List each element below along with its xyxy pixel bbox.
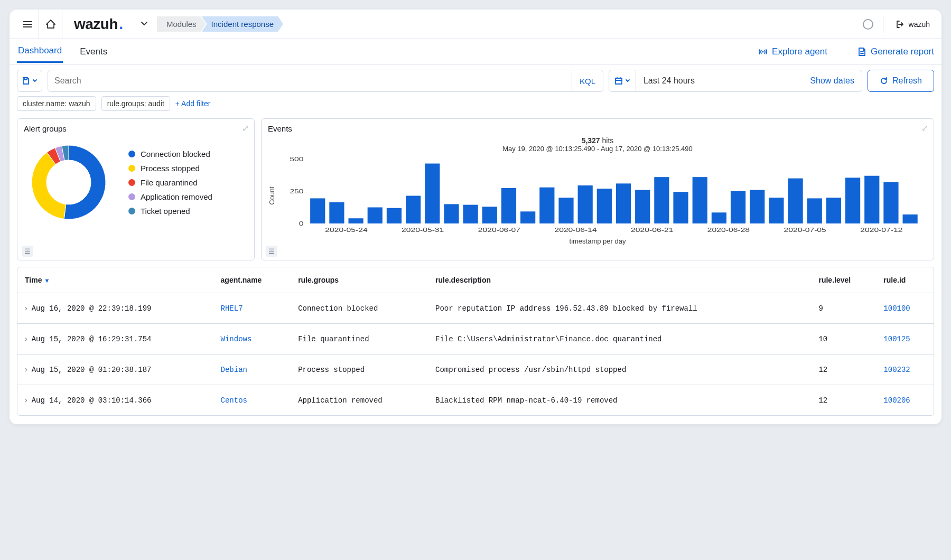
explore-agent-button[interactable]: Explore agent xyxy=(758,46,827,57)
svg-rect-8 xyxy=(368,208,383,224)
date-picker: Last 24 hours Show dates xyxy=(609,70,862,92)
query-bar: KQL Last 24 hours Show dates Refresh xyxy=(10,64,941,92)
expand-panel-icon[interactable]: ⤢ xyxy=(242,123,249,133)
svg-rect-7 xyxy=(348,218,363,223)
legend-item[interactable]: Connection blocked xyxy=(128,150,212,158)
svg-rect-19 xyxy=(578,185,593,223)
rule-id-link[interactable]: 100206 xyxy=(876,385,934,416)
search-input[interactable] xyxy=(48,71,572,91)
show-dates-link[interactable]: Show dates xyxy=(803,76,862,86)
expand-row-icon[interactable]: › xyxy=(25,334,32,343)
svg-rect-33 xyxy=(845,178,860,223)
svg-rect-28 xyxy=(750,190,764,223)
brand-text: wazuh xyxy=(74,16,118,33)
saved-queries-button[interactable] xyxy=(17,70,42,92)
broadcast-icon xyxy=(758,47,768,57)
svg-point-0 xyxy=(762,51,764,52)
save-icon xyxy=(22,77,30,85)
legend-swatch xyxy=(128,165,135,172)
panel-title: Alert groups xyxy=(24,124,248,133)
svg-rect-14 xyxy=(482,207,497,223)
col-id[interactable]: rule.id xyxy=(876,267,934,293)
svg-rect-21 xyxy=(616,183,631,223)
legend-label: File quarantined xyxy=(141,178,198,187)
agent-link[interactable]: Centos xyxy=(213,385,291,416)
expand-row-icon[interactable]: › xyxy=(25,365,32,374)
table-row[interactable]: ›Aug 16, 2020 @ 22:39:18.199RHEL7Connect… xyxy=(17,293,934,324)
table-row[interactable]: ›Aug 15, 2020 @ 01:20:38.187DebianProces… xyxy=(17,354,934,385)
table-row[interactable]: ›Aug 14, 2020 @ 03:10:14.366CentosApplic… xyxy=(17,385,934,416)
refresh-icon xyxy=(880,77,888,85)
svg-text:2020-06-07: 2020-06-07 xyxy=(478,227,520,233)
tab-dashboard[interactable]: Dashboard xyxy=(17,40,63,63)
filter-chip[interactable]: cluster.name: wazuh xyxy=(17,96,96,111)
legend-item[interactable]: Process stopped xyxy=(128,164,212,173)
breadcrumb: Modules Incident response xyxy=(157,16,283,32)
legend-item[interactable]: Application removed xyxy=(128,192,212,201)
panel-options-icon[interactable]: ☰ xyxy=(22,246,33,257)
rule-id-link[interactable]: 100100 xyxy=(876,293,934,324)
breadcrumb-current[interactable]: Incident response xyxy=(202,16,283,32)
user-name: wazuh xyxy=(909,20,930,29)
col-agent[interactable]: agent.name xyxy=(213,267,291,293)
svg-rect-26 xyxy=(712,212,726,223)
generate-report-label: Generate report xyxy=(871,46,934,57)
refresh-button[interactable]: Refresh xyxy=(868,70,934,92)
status-ring-icon[interactable] xyxy=(860,19,877,30)
tab-events[interactable]: Events xyxy=(79,41,108,62)
col-level[interactable]: rule.level xyxy=(811,267,876,293)
filter-chip[interactable]: rule.groups: audit xyxy=(101,96,170,111)
col-time[interactable]: Time▼ xyxy=(17,267,213,293)
expand-row-icon[interactable]: › xyxy=(25,396,32,404)
brand-dropdown[interactable] xyxy=(135,18,154,30)
query-language-toggle[interactable]: KQL xyxy=(572,70,603,91)
hamburger-menu-icon[interactable] xyxy=(16,10,39,39)
filter-bar: cluster.name: wazuhrule.groups: audit + … xyxy=(10,92,941,118)
svg-text:2020-05-24: 2020-05-24 xyxy=(325,227,368,233)
svg-rect-16 xyxy=(520,211,535,223)
events-date-range: May 19, 2020 @ 10:13:25.490 - Aug 17, 20… xyxy=(268,145,927,153)
date-quick-button[interactable] xyxy=(609,70,636,91)
add-filter-button[interactable]: + Add filter xyxy=(175,99,211,108)
svg-rect-32 xyxy=(826,198,841,223)
rule-id-link[interactable]: 100232 xyxy=(876,354,934,385)
date-value[interactable]: Last 24 hours xyxy=(636,76,803,86)
sub-nav: Dashboard Events Explore agent Generate … xyxy=(10,39,941,64)
legend-item[interactable]: File quarantined xyxy=(128,178,212,187)
svg-text:2020-06-14: 2020-06-14 xyxy=(554,227,597,233)
brand-logo[interactable]: wazuh. xyxy=(62,16,135,33)
legend-label: Application removed xyxy=(141,192,212,201)
svg-rect-15 xyxy=(501,188,516,223)
svg-rect-11 xyxy=(425,164,440,223)
svg-rect-31 xyxy=(807,198,822,223)
user-menu[interactable]: wazuh xyxy=(890,20,935,29)
svg-text:2020-06-28: 2020-06-28 xyxy=(707,227,750,233)
col-desc[interactable]: rule.description xyxy=(428,267,811,293)
events-hit-count: 5,327 xyxy=(582,136,600,145)
agent-link[interactable]: RHEL7 xyxy=(213,293,291,324)
svg-rect-20 xyxy=(597,189,612,223)
panel-title: Events xyxy=(268,124,927,133)
col-groups[interactable]: rule.groups xyxy=(291,267,428,293)
expand-panel-icon[interactable]: ⤢ xyxy=(921,123,928,133)
breadcrumb-parent[interactable]: Modules xyxy=(157,16,206,32)
legend-label: Process stopped xyxy=(141,164,200,173)
panel-options-icon[interactable]: ☰ xyxy=(266,246,277,257)
generate-report-button[interactable]: Generate report xyxy=(857,46,934,57)
legend-swatch xyxy=(128,193,135,200)
agent-link[interactable]: Windows xyxy=(213,324,291,354)
chevron-down-icon xyxy=(625,78,630,83)
svg-rect-13 xyxy=(463,205,478,223)
expand-row-icon[interactable]: › xyxy=(25,304,32,312)
svg-rect-5 xyxy=(310,198,325,223)
svg-rect-27 xyxy=(731,191,745,223)
table-row[interactable]: ›Aug 15, 2020 @ 16:29:31.754WindowsFile … xyxy=(17,324,934,354)
svg-rect-24 xyxy=(673,192,688,223)
svg-text:2020-07-12: 2020-07-12 xyxy=(860,227,902,233)
explore-agent-label: Explore agent xyxy=(772,46,827,57)
legend-item[interactable]: Ticket opened xyxy=(128,207,212,216)
rule-id-link[interactable]: 100125 xyxy=(876,324,934,354)
refresh-label: Refresh xyxy=(892,76,922,86)
agent-link[interactable]: Debian xyxy=(213,354,291,385)
home-icon[interactable] xyxy=(39,10,62,39)
